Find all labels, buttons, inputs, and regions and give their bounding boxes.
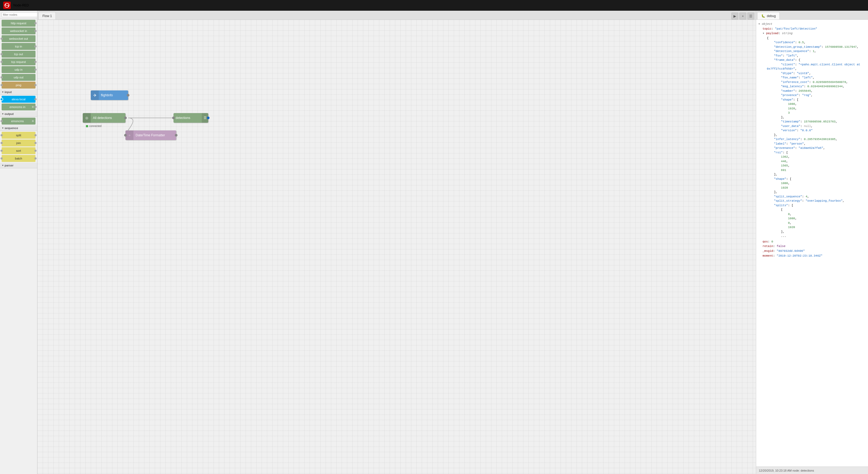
- node-port-left: [124, 134, 127, 137]
- sidebar-item-emoncms-in[interactable]: emoncms in ⚙: [2, 103, 35, 110]
- sidebar-section-header-parser[interactable]: ▾ parser: [0, 163, 37, 168]
- sidebar: ⊞ http request websocket in websocket ou…: [0, 11, 37, 474]
- main-layout: ⊞ http request websocket in websocket ou…: [0, 11, 868, 474]
- node-icon-ws: ◎: [83, 113, 91, 123]
- sidebar-section-input: alexa local emoncms in ⚙: [0, 96, 37, 110]
- sidebar-item-sort[interactable]: sort: [2, 147, 35, 154]
- debug-tab-icon: 🐛: [761, 14, 765, 18]
- chevron-icon: ▾: [2, 91, 3, 93]
- debug-object-header: ▾ object: [758, 22, 866, 27]
- deploy-button[interactable]: ▶: [731, 12, 738, 20]
- debug-qos-line: qos: 0: [763, 240, 866, 244]
- debug-msgid-line: _msgid: "897032dd.9d406": [763, 249, 866, 254]
- tab-bar: Flow 1 ▶ + ☰: [37, 11, 756, 20]
- sidebar-item-udp-in[interactable]: udp in: [2, 66, 35, 73]
- sidebar-item-websocket-in[interactable]: websocket in: [2, 28, 35, 34]
- topbar: Node-RED: [0, 0, 868, 11]
- sidebar-item-tcp-out[interactable]: tcp out: [2, 51, 35, 58]
- debug-payload-line: ▾ payload: string: [763, 31, 866, 36]
- canvas-connections: [37, 20, 756, 474]
- app-logo: [3, 2, 11, 9]
- status-label: connected: [89, 125, 101, 128]
- search-bar: ⊞: [0, 11, 37, 19]
- node-icon-plane: ✈: [91, 91, 99, 100]
- sidebar-item-join[interactable]: join: [2, 139, 35, 146]
- node-port-right: [127, 94, 129, 97]
- status-dot: [86, 125, 88, 127]
- sidebar-section-header-output[interactable]: ▾ output: [0, 111, 37, 117]
- app-title: Node-RED: [13, 3, 29, 7]
- canvas-area: Flow 1 ▶ + ☰ ✈ flightinfo: [37, 11, 756, 474]
- debug-topic-line: topic: "pat/fov/left/detection": [763, 27, 866, 31]
- canvas-node-all-detections[interactable]: ◎ All detections connected: [83, 113, 125, 123]
- search-input[interactable]: [2, 12, 37, 17]
- sidebar-item-websocket-out[interactable]: websocket out: [2, 35, 35, 42]
- debug-dot: [207, 116, 210, 119]
- sidebar-item-emoncms[interactable]: emoncms ⚙: [2, 117, 35, 125]
- debug-json-content: { "confidence": 0.5, "detection_group_ti…: [767, 36, 866, 238]
- sidebar-section-header-sequence[interactable]: ▾ sequence: [0, 125, 37, 131]
- chevron-icon: ▾: [2, 164, 3, 167]
- sidebar-section-sequence: split join sort batch: [0, 132, 37, 162]
- debug-tabs: 🐛 debug: [756, 11, 868, 20]
- chevron-icon: ▾: [2, 127, 3, 129]
- sidebar-item-udp-out[interactable]: udp out: [2, 74, 35, 81]
- canvas-node-detections[interactable]: detections ☰: [174, 113, 208, 123]
- sidebar-item-batch[interactable]: batch: [2, 155, 35, 162]
- expand-arrow[interactable]: ▾: [758, 23, 760, 26]
- menu-button[interactable]: ☰: [747, 12, 754, 20]
- add-tab-button[interactable]: +: [739, 12, 746, 20]
- debug-tab[interactable]: 🐛 debug: [757, 12, 780, 20]
- sidebar-item-tcp-request[interactable]: tcp request: [2, 59, 35, 65]
- debug-retain-line: retain: false: [763, 244, 866, 249]
- sidebar-section-output: emoncms ⚙: [0, 117, 37, 125]
- svg-point-2: [5, 4, 6, 5]
- tab-actions: ▶ + ☰: [731, 12, 756, 20]
- sidebar-section-network: http request websocket in websocket out …: [0, 20, 37, 89]
- node-port-right: [124, 116, 127, 119]
- tab-flow1[interactable]: Flow 1: [38, 12, 56, 20]
- debug-footer: 12/20/2019, 10:23:18 AM node: detections: [756, 467, 868, 474]
- svg-point-3: [8, 6, 9, 6]
- right-panel: 🐛 debug ▾ object topic: "pat/fov/left/de…: [756, 11, 868, 474]
- chevron-icon: ▾: [2, 112, 3, 115]
- canvas-node-datetime-formatter[interactable]: ○ Date/Time Formatter: [125, 130, 176, 140]
- canvas-node-flightinfo[interactable]: ✈ flightinfo: [91, 91, 128, 100]
- sidebar-item-alexa-local[interactable]: alexa local: [2, 96, 35, 103]
- debug-content[interactable]: ▾ object topic: "pat/fov/left/detection"…: [756, 20, 868, 467]
- sidebar-section-header-input[interactable]: ▾ input: [0, 89, 37, 95]
- node-port-left: [172, 116, 175, 119]
- sidebar-item-ping[interactable]: ping: [2, 81, 35, 89]
- canvas: ✈ flightinfo ◎ All detections connected …: [37, 20, 756, 474]
- sidebar-item-split[interactable]: split: [2, 132, 35, 139]
- debug-moment-line: moment: "2019-12-20T02:23:18.346Z": [763, 254, 866, 259]
- node-port-right: [175, 134, 178, 137]
- sidebar-item-tcp-in[interactable]: tcp in: [2, 43, 35, 50]
- sidebar-item-http-request[interactable]: http request: [2, 20, 35, 27]
- expand-payload-arrow[interactable]: ▾: [763, 32, 765, 35]
